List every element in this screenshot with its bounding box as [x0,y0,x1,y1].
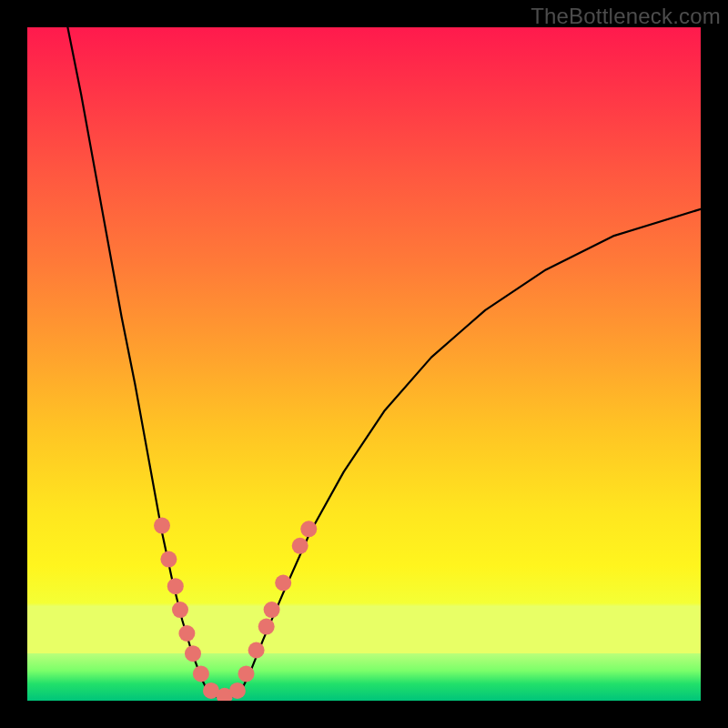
marker-dot [248,642,265,659]
marker-dot [185,645,201,662]
marker-dot [229,682,246,699]
marker-dot [300,521,317,537]
marker-dot [172,602,188,618]
marker-dot [275,575,291,592]
marker-dot [238,665,255,682]
bottleneck-curve [67,27,701,697]
marker-dot [193,665,209,682]
chart-frame: TheBottleneck.com [0,0,728,728]
watermark-text: TheBottleneck.com [531,4,721,29]
curve-group [67,27,701,697]
marker-dot [154,518,170,534]
marker-dot [178,625,195,642]
marker-dot [167,578,184,594]
chart-svg [27,27,701,701]
marker-dot [292,538,308,554]
chart-plot-area [27,27,701,701]
marker-group [154,518,317,701]
marker-dot [160,551,177,568]
marker-dot [264,602,280,618]
marker-dot [258,619,275,635]
